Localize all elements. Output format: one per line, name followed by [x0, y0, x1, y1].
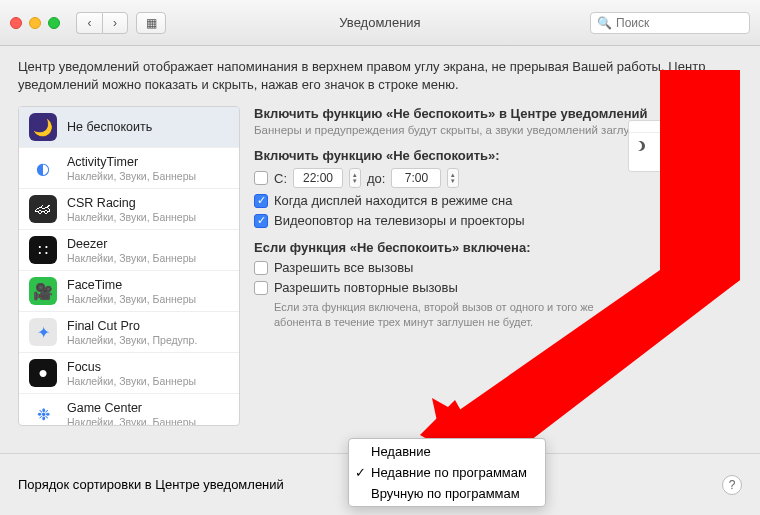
- allow-repeat-label: Разрешить повторные вызовы: [274, 280, 458, 295]
- nav-buttons: ‹ ›: [76, 12, 128, 34]
- dnd-toggle-preview: [705, 139, 731, 153]
- window-controls: [10, 17, 60, 29]
- allow-all-checkbox[interactable]: [254, 261, 268, 275]
- from-time-stepper[interactable]: ▴▾: [349, 168, 361, 188]
- popup-item[interactable]: ✓Недавние по программам: [349, 462, 545, 483]
- app-name: Не беспокоить: [67, 120, 152, 134]
- app-subtitle: Наклейки, Звуки, Баннеры: [67, 170, 196, 182]
- sidebar-item[interactable]: ∷DeezerНаклейки, Звуки, Баннеры: [19, 230, 239, 271]
- to-time-field[interactable]: 7:00: [391, 168, 441, 188]
- sleep-checkbox[interactable]: ✓: [254, 194, 268, 208]
- minimize-window-button[interactable]: [29, 17, 41, 29]
- app-subtitle: Наклейки, Звуки, Предупр.: [67, 334, 197, 346]
- app-subtitle: Наклейки, Звуки, Баннеры: [67, 252, 196, 264]
- allow-all-label: Разрешить все вызовы: [274, 260, 413, 275]
- when-on-label: Если функция «Не беспокоить» включена:: [254, 240, 742, 255]
- app-icon: ✦: [29, 318, 57, 346]
- pane-description: Центр уведомлений отображает напоминания…: [0, 46, 760, 106]
- app-subtitle: Наклейки, Звуки, Баннеры: [67, 416, 196, 427]
- app-subtitle: Наклейки, Звуки, Баннеры: [67, 211, 196, 223]
- moon-icon: [635, 141, 645, 151]
- app-name: Focus: [67, 360, 196, 374]
- app-name: FaceTime: [67, 278, 196, 292]
- search-field[interactable]: 🔍: [590, 12, 750, 34]
- help-button[interactable]: ?: [722, 475, 742, 495]
- zoom-window-button[interactable]: [48, 17, 60, 29]
- sidebar-item[interactable]: 🏎CSR RacingНаклейки, Звуки, Баннеры: [19, 189, 239, 230]
- preview-menu-icon: ≡: [728, 122, 733, 131]
- app-name: Deezer: [67, 237, 196, 251]
- app-name: Game Center: [67, 401, 196, 415]
- sidebar-item[interactable]: ◐ActivityTimerНаклейки, Звуки, Баннеры: [19, 148, 239, 189]
- popup-item[interactable]: Недавние: [349, 441, 545, 462]
- popup-item[interactable]: Вручную по программам: [349, 483, 545, 504]
- app-icon: 🌙: [29, 113, 57, 141]
- sidebar-item[interactable]: 🎥FaceTimeНаклейки, Звуки, Баннеры: [19, 271, 239, 312]
- sidebar-item[interactable]: ❉Game CenterНаклейки, Звуки, Баннеры: [19, 394, 239, 426]
- sleep-label: Когда дисплей находится в режиме сна: [274, 193, 512, 208]
- checkmark-icon: ✓: [355, 465, 366, 480]
- show-all-button[interactable]: ▦: [136, 12, 166, 34]
- app-list[interactable]: 🌙Не беспокоить◐ActivityTimerНаклейки, Зв…: [18, 106, 240, 426]
- app-icon: ●: [29, 359, 57, 387]
- grid-icon: ▦: [146, 16, 157, 30]
- app-icon: 🏎: [29, 195, 57, 223]
- app-name: CSR Racing: [67, 196, 196, 210]
- back-button[interactable]: ‹: [76, 12, 102, 34]
- popup-item-label: Вручную по программам: [371, 486, 520, 501]
- schedule-checkbox[interactable]: [254, 171, 268, 185]
- sidebar-item[interactable]: ●FocusНаклейки, Звуки, Баннеры: [19, 353, 239, 394]
- search-icon: 🔍: [597, 16, 612, 30]
- search-input[interactable]: [616, 16, 760, 30]
- from-label: С:: [274, 171, 287, 186]
- sort-order-label: Порядок сортировки в Центре уведомлений: [18, 477, 284, 492]
- sidebar-item[interactable]: 🌙Не беспокоить: [19, 107, 239, 148]
- app-icon: ◐: [29, 154, 57, 182]
- app-name: ActivityTimer: [67, 155, 196, 169]
- repeat-note: Если эта функция включена, второй вызов …: [274, 300, 604, 329]
- window-toolbar: ‹ › ▦ Уведомления 🔍: [0, 0, 760, 46]
- app-subtitle: Наклейки, Звуки, Баннеры: [67, 375, 196, 387]
- from-time-field[interactable]: 22:00: [293, 168, 343, 188]
- sort-order-popup[interactable]: Недавние✓Недавние по программамВручную п…: [348, 438, 546, 507]
- allow-repeat-checkbox[interactable]: [254, 281, 268, 295]
- close-window-button[interactable]: [10, 17, 22, 29]
- app-name: Final Cut Pro: [67, 319, 197, 333]
- mirror-checkbox[interactable]: ✓: [254, 214, 268, 228]
- sidebar-item[interactable]: ✦Final Cut ProНаклейки, Звуки, Предупр.: [19, 312, 239, 353]
- app-subtitle: Наклейки, Звуки, Баннеры: [67, 293, 196, 305]
- forward-button[interactable]: ›: [102, 12, 128, 34]
- app-icon: ❉: [29, 400, 57, 426]
- preview-search-icon: 🔍: [715, 122, 725, 131]
- to-time-stepper[interactable]: ▴▾: [447, 168, 459, 188]
- app-icon: ∷: [29, 236, 57, 264]
- mirror-label: Видеоповтор на телевизоры и проекторы: [274, 213, 525, 228]
- notification-center-preview: 🔍≡: [628, 120, 738, 172]
- to-label: до:: [367, 171, 385, 186]
- popup-item-label: Недавние по программам: [371, 465, 527, 480]
- app-icon: 🎥: [29, 277, 57, 305]
- popup-item-label: Недавние: [371, 444, 431, 459]
